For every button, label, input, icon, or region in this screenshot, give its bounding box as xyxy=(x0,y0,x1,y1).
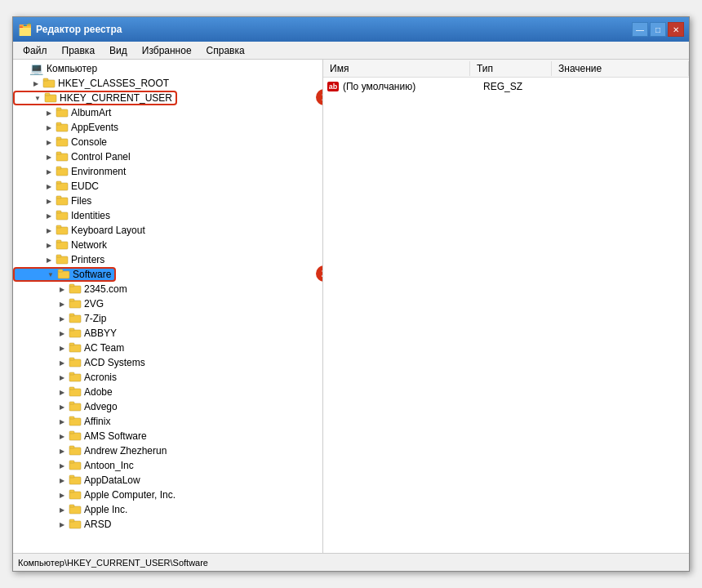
svg-rect-1 xyxy=(43,78,48,81)
tree-item-control_panel[interactable]: ▶Control Panel xyxy=(13,149,322,164)
menu-bar: ФайлПравкаВидИзбранноеСправка xyxy=(13,42,689,60)
expand-arrow-adobe[interactable]: ▶ xyxy=(56,385,69,399)
tree-item-antoon[interactable]: ▶Antoon_Inc xyxy=(13,458,322,473)
tree-label-ams_software: AMS Software xyxy=(84,430,147,442)
folder-icon-2345com xyxy=(69,283,82,296)
expand-arrow-printers[interactable]: ▶ xyxy=(42,253,56,266)
tree-label-console: Console xyxy=(71,136,107,148)
expand-arrow-eudc[interactable]: ▶ xyxy=(42,180,56,193)
tree-item-ac_team[interactable]: ▶AC Team xyxy=(13,341,322,355)
tree-item-eudc[interactable]: ▶EUDC xyxy=(13,179,322,194)
tree-item-2vg[interactable]: ▶2VG xyxy=(13,296,322,311)
folder-icon-ams_software xyxy=(69,430,82,443)
svg-rect-47 xyxy=(69,416,74,419)
expand-arrow-files[interactable]: ▶ xyxy=(42,194,56,207)
tree-label-apple_inc: Apple Inc. xyxy=(84,504,127,515)
menu-item-файл[interactable]: Файл xyxy=(16,43,54,58)
svg-rect-50 xyxy=(69,448,81,455)
expand-arrow-identities[interactable]: ▶ xyxy=(42,209,56,222)
tree-item-arsd[interactable]: ▶ARSD xyxy=(13,517,322,532)
svg-rect-37 xyxy=(69,343,74,345)
folder-icon-control_panel xyxy=(56,150,69,163)
expand-arrow-abbyy[interactable]: ▶ xyxy=(56,327,69,340)
expand-arrow-ac_team[interactable]: ▶ xyxy=(56,341,69,354)
tree-item-2345com[interactable]: ▶2345.com xyxy=(13,282,322,296)
tree-item-acd_systems[interactable]: ▶ACD Systems xyxy=(13,355,322,370)
tree-item-printers[interactable]: ▶Printers xyxy=(13,252,322,267)
tree-item-wrapper-software[interactable]: ▼Software2 xyxy=(13,267,322,282)
expand-arrow-appevents[interactable]: ▶ xyxy=(42,121,56,134)
expand-arrow-apple_inc[interactable]: ▶ xyxy=(56,503,69,516)
tree-item-apple_inc[interactable]: ▶Apple Inc. xyxy=(13,502,322,517)
tree-item-files[interactable]: ▶Files xyxy=(13,194,322,208)
tree-item-keyboard_layout[interactable]: ▶Keyboard Layout xyxy=(13,223,322,238)
minimize-button[interactable]: — xyxy=(632,22,648,37)
menu-item-справка[interactable]: Справка xyxy=(200,43,251,58)
tree-item-andrew[interactable]: ▶Andrew Zhezherun xyxy=(13,443,322,458)
tree-item-adobe[interactable]: ▶Adobe xyxy=(13,385,322,399)
expand-arrow-affinix[interactable]: ▶ xyxy=(56,415,69,428)
tree-item-identities[interactable]: ▶Identities xyxy=(13,208,322,223)
tree-item-apple_computer[interactable]: ▶Apple Computer, Inc. xyxy=(13,488,322,502)
expand-arrow-2vg[interactable]: ▶ xyxy=(56,297,69,310)
tree-item-computer[interactable]: 💻Компьютер xyxy=(13,61,322,76)
expand-arrow-hkey_current_user[interactable]: ▼ xyxy=(31,91,44,105)
svg-rect-19 xyxy=(56,211,61,213)
expand-arrow-console[interactable]: ▶ xyxy=(42,136,56,149)
tree-item-abbyy[interactable]: ▶ABBYY xyxy=(13,326,322,341)
expand-arrow-acronis[interactable]: ▶ xyxy=(56,371,69,384)
tree-item-environment[interactable]: ▶Environment xyxy=(13,164,322,179)
menu-item-избранное[interactable]: Избранное xyxy=(136,43,198,58)
tree-item-wrapper-hkey_current_user[interactable]: ▼HKEY_CURRENT_USER1 xyxy=(13,91,322,105)
expand-arrow-ams_software[interactable]: ▶ xyxy=(56,430,69,443)
expand-arrow-control_panel[interactable]: ▶ xyxy=(42,150,56,163)
tree-item-albumart[interactable]: ▶AlbumArt xyxy=(13,105,322,120)
svg-rect-25 xyxy=(56,255,61,257)
expand-arrow-advego[interactable]: ▶ xyxy=(56,400,69,413)
expand-arrow-appdatalow[interactable]: ▶ xyxy=(56,474,69,487)
close-button[interactable]: ✕ xyxy=(668,22,684,37)
svg-rect-34 xyxy=(69,330,81,337)
tree-item-7zip[interactable]: ▶7-Zip xyxy=(13,311,322,326)
tree-item-console[interactable]: ▶Console xyxy=(13,135,322,149)
maximize-button[interactable]: □ xyxy=(650,22,666,37)
expand-arrow-andrew[interactable]: ▶ xyxy=(56,444,69,457)
expand-arrow-apple_computer[interactable]: ▶ xyxy=(56,488,69,501)
svg-rect-40 xyxy=(69,374,81,381)
expand-arrow-environment[interactable]: ▶ xyxy=(42,165,56,178)
tree-item-ams_software[interactable]: ▶AMS Software xyxy=(13,429,322,443)
reg-row[interactable]: ab(По умолчанию)REG_SZ xyxy=(323,79,689,94)
expand-arrow-hkey_classes[interactable]: ▶ xyxy=(29,77,42,90)
folder-icon-acd_systems xyxy=(69,356,82,369)
tree-label-acronis: Acronis xyxy=(84,372,117,383)
expand-arrow-keyboard_layout[interactable]: ▶ xyxy=(42,224,56,237)
expand-arrow-2345com[interactable]: ▶ xyxy=(56,283,69,296)
tree-item-appdatalow[interactable]: ▶AppDataLow xyxy=(13,473,322,488)
expand-arrow-arsd[interactable]: ▶ xyxy=(56,518,69,531)
registry-tree[interactable]: 💻Компьютер▶HKEY_CLASSES_ROOT▼HKEY_CURREN… xyxy=(13,60,322,553)
expand-arrow-acd_systems[interactable]: ▶ xyxy=(56,356,69,369)
tree-item-appevents[interactable]: ▶AppEvents xyxy=(13,120,322,135)
computer-icon: 💻 xyxy=(29,62,43,75)
tree-item-advego[interactable]: ▶Advego xyxy=(13,399,322,414)
menu-item-вид[interactable]: Вид xyxy=(103,43,134,58)
svg-rect-2 xyxy=(45,95,56,102)
expand-arrow-network[interactable]: ▶ xyxy=(42,238,56,252)
expand-arrow-computer[interactable] xyxy=(16,62,29,75)
svg-rect-36 xyxy=(69,345,81,352)
svg-rect-31 xyxy=(69,299,74,301)
svg-rect-53 xyxy=(69,461,74,463)
status-path: Компьютер\HKEY_CURRENT_USER\Software xyxy=(18,558,208,568)
tree-item-hkey_classes[interactable]: ▶HKEY_CLASSES_ROOT xyxy=(13,76,322,91)
expand-arrow-albumart[interactable]: ▶ xyxy=(42,106,56,119)
svg-rect-13 xyxy=(56,167,61,169)
tree-item-acronis[interactable]: ▶Acronis xyxy=(13,370,322,385)
expand-arrow-7zip[interactable]: ▶ xyxy=(56,312,69,325)
expand-arrow-antoon[interactable]: ▶ xyxy=(56,459,69,472)
svg-rect-23 xyxy=(56,240,61,243)
tree-item-affinix[interactable]: ▶Affinix xyxy=(13,414,322,429)
expand-arrow-software[interactable]: ▼ xyxy=(44,268,57,281)
tree-label-appevents: AppEvents xyxy=(71,122,118,133)
menu-item-правка[interactable]: Правка xyxy=(56,43,102,58)
tree-item-network[interactable]: ▶Network xyxy=(13,238,322,252)
